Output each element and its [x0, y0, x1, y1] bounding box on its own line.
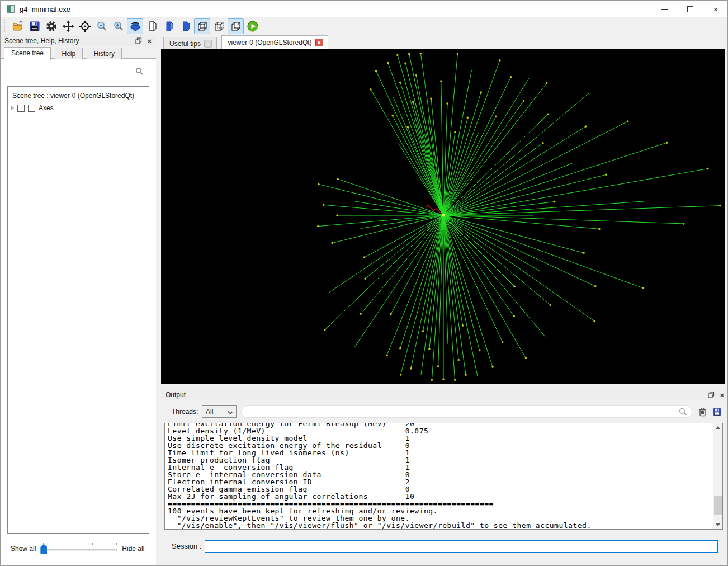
- cube-solid-button[interactable]: [228, 18, 244, 34]
- console-scrollbar[interactable]: [713, 423, 722, 529]
- main-toolbar: [1, 17, 728, 35]
- cube-hidden-line-button[interactable]: [211, 18, 227, 34]
- clear-output-button[interactable]: [697, 405, 708, 418]
- tab-viewer-0-label: viewer-0 (OpenGLStoredQt): [228, 39, 311, 46]
- output-close-button[interactable]: ×: [720, 390, 724, 400]
- run-button[interactable]: [244, 18, 261, 34]
- settings-gear-icon: [45, 20, 58, 32]
- zoom-out-button[interactable]: [93, 18, 110, 34]
- scene-tree-root-label: Scene tree : viewer-0 (OpenGLStoredQt): [8, 87, 149, 100]
- tab-useful-tips-label: Useful tips: [169, 40, 201, 48]
- float-icon: [135, 37, 142, 44]
- threads-dropdown[interactable]: All: [202, 405, 237, 418]
- maximize-button[interactable]: [677, 1, 703, 17]
- tab-viewer-0-close-button[interactable]: ×: [315, 39, 323, 46]
- tree-search-button[interactable]: [135, 67, 144, 78]
- output-filter-input[interactable]: [247, 407, 672, 417]
- window-title: g4_minimal.exe: [20, 5, 70, 13]
- tree-item-axes[interactable]: Axes: [11, 104, 149, 112]
- particle-tracks-canvas: [161, 49, 725, 384]
- settings-button[interactable]: [43, 18, 59, 34]
- scene-dock-header: Scene tree, Help, History ×: [1, 35, 156, 46]
- tree-item-label: Axes: [39, 104, 54, 112]
- session-input[interactable]: [205, 540, 718, 553]
- move-button[interactable]: [60, 18, 76, 34]
- run-play-icon: [247, 20, 259, 32]
- scroll-down-button[interactable]: [713, 521, 722, 529]
- save-icon: [29, 20, 41, 32]
- session-row: Session :: [161, 539, 728, 555]
- close-icon: ×: [318, 40, 321, 46]
- zoom-out-icon: [96, 20, 108, 32]
- slider-handle[interactable]: [40, 544, 47, 554]
- output-close-icon: ×: [720, 391, 724, 399]
- output-dock-header: Output ×: [161, 389, 728, 400]
- visibility-slider-row: Show all Hide all: [1, 537, 156, 560]
- scroll-up-button[interactable]: [713, 423, 722, 432]
- axes-visibility-checkbox[interactable]: [17, 105, 25, 112]
- cube-wireframe-icon: [196, 20, 209, 32]
- save-output-icon: [712, 407, 722, 417]
- chevron-down-icon: [228, 409, 233, 414]
- filter-search-icon: [679, 408, 687, 418]
- visibility-slider[interactable]: [40, 541, 117, 556]
- tab-viewer-0[interactable]: viewer-0 (OpenGLStoredQt) ×: [221, 35, 328, 49]
- scene-dock-title: Scene tree, Help, History: [4, 37, 135, 45]
- expand-chevron-icon[interactable]: [11, 106, 14, 110]
- axes-select-checkbox[interactable]: [28, 105, 35, 112]
- hidden-line-style-button[interactable]: [160, 18, 177, 34]
- left-dock-tabbar: Scene tree Help History: [1, 47, 156, 59]
- arrow-down-icon: [716, 523, 720, 526]
- scene-tree-view: Scene tree : viewer-0 (OpenGLStoredQt) A…: [7, 86, 149, 534]
- rotate-button[interactable]: [127, 18, 143, 34]
- minimize-icon: [661, 9, 668, 10]
- dock-close-icon: ×: [147, 37, 152, 45]
- minimize-button[interactable]: [651, 1, 677, 17]
- trash-icon: [698, 407, 707, 417]
- threads-label: Threads:: [172, 408, 198, 416]
- slider-track[interactable]: [40, 549, 117, 551]
- opengl-viewport[interactable]: [161, 49, 725, 384]
- wireframe-style-icon: [146, 20, 158, 32]
- dock-close-button[interactable]: ×: [147, 36, 152, 46]
- output-float-button[interactable]: [708, 392, 715, 398]
- zoom-in-icon: [112, 20, 125, 32]
- dock-float-button[interactable]: [135, 37, 142, 44]
- open-file-button[interactable]: [10, 18, 26, 34]
- cube-wireframe-button[interactable]: [194, 18, 210, 34]
- output-console[interactable]: Limit excitation energy for Fermi Breaku…: [164, 423, 723, 530]
- cube-hidden-line-icon: [213, 20, 225, 32]
- open-file-icon: [12, 20, 24, 32]
- tab-history[interactable]: History: [87, 48, 122, 60]
- toolbar-grip[interactable]: [4, 20, 6, 32]
- tab-useful-tips-close-button[interactable]: ×: [204, 40, 212, 48]
- solid-style-button[interactable]: [177, 18, 193, 34]
- hidden-line-style-icon: [163, 20, 175, 32]
- console-text: Limit excitation energy for Fermi Breaku…: [168, 423, 722, 529]
- scrollbar-thumb[interactable]: [714, 496, 722, 514]
- output-filter-field[interactable]: [241, 405, 692, 418]
- move-icon: [62, 20, 74, 32]
- show-all-label: Show all: [11, 545, 36, 553]
- close-icon: ×: [713, 5, 718, 13]
- zoom-in-button[interactable]: [110, 18, 126, 34]
- hide-all-label: Hide all: [122, 545, 144, 553]
- tab-help[interactable]: Help: [55, 48, 83, 60]
- rotate-sphere-icon: [129, 20, 141, 32]
- maximize-icon: [687, 6, 693, 12]
- search-icon: [135, 67, 144, 76]
- app-icon: [7, 5, 15, 13]
- output-controls: Threads: All: [161, 404, 728, 419]
- center-view-button[interactable]: [77, 18, 93, 34]
- session-label: Session :: [172, 542, 201, 550]
- wireframe-style-button[interactable]: [144, 18, 160, 34]
- crosshair-target-icon: [79, 20, 91, 32]
- tab-scene-tree[interactable]: Scene tree: [4, 47, 51, 60]
- save-button[interactable]: [26, 18, 42, 34]
- save-output-button[interactable]: [711, 405, 722, 418]
- app-window: { "window": { "title": "g4_minimal.exe" …: [0, 0, 728, 566]
- close-button[interactable]: ×: [703, 1, 728, 17]
- close-icon: ×: [206, 41, 210, 47]
- viewer-tabbar: Useful tips × viewer-0 (OpenGLStoredQt) …: [161, 35, 728, 49]
- title-bar: g4_minimal.exe ×: [1, 1, 728, 17]
